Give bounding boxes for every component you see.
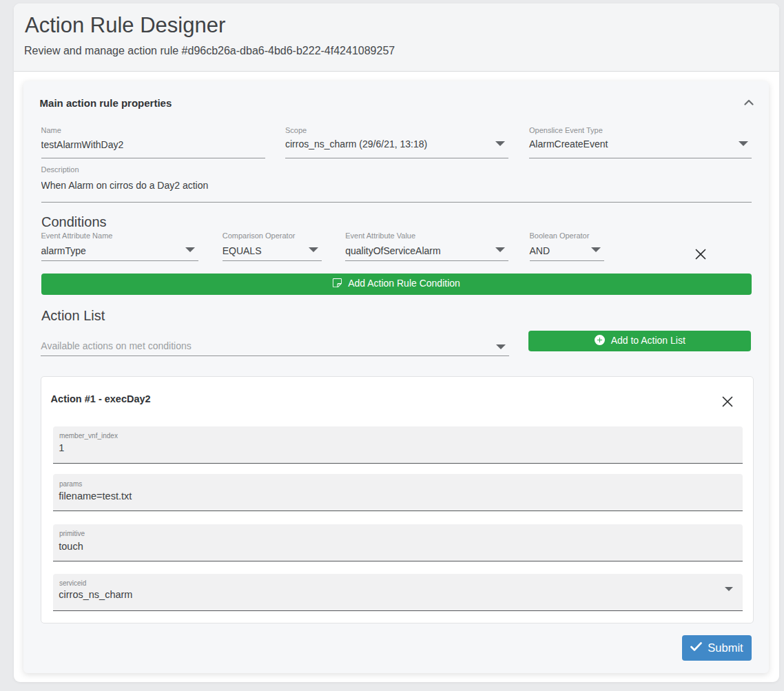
submit-button-label: Submit <box>708 642 743 654</box>
scope-select-value: cirros_ns_charm (29/6/21, 13:18) <box>285 139 427 149</box>
event-attribute-name-select-value: alarmType <box>41 246 86 256</box>
action-field-member_vnf_index[interactable]: member_vnf_index <box>53 426 743 464</box>
field-label: params <box>59 481 82 488</box>
event-attribute-value-select[interactable]: Event Attribute ValuequalityOfServiceAla… <box>345 232 508 261</box>
boolean-operator-select[interactable]: Boolean OperatorAND <box>530 232 604 261</box>
card-title: Main action rule properties <box>40 98 172 108</box>
description-field-input[interactable] <box>41 180 752 191</box>
dropdown-arrow-icon <box>725 587 733 591</box>
action-rule-form-card: Main action rule properties Name Scopeci… <box>23 81 769 673</box>
dropdown-arrow-icon <box>495 247 505 252</box>
remove-condition-button[interactable] <box>695 249 706 260</box>
close-icon <box>695 251 706 262</box>
action-list-heading: Action List <box>41 309 105 322</box>
close-icon <box>722 399 733 409</box>
available-actions-select[interactable]: Available actions on met conditions <box>41 341 508 357</box>
action-card-title: Action #1 - execDay2 <box>51 394 151 404</box>
action-field-primitive-input[interactable] <box>59 541 736 552</box>
action-field-params[interactable]: params <box>53 474 743 511</box>
event-type-select-value: AlarmCreateEvent <box>529 139 608 149</box>
dropdown-arrow-icon <box>739 141 748 146</box>
field-label: Comparison Operator <box>223 232 296 240</box>
dropdown-arrow-icon <box>185 247 195 252</box>
action-field-primitive[interactable]: primitive <box>53 524 743 561</box>
dropdown-arrow-icon <box>496 344 506 349</box>
dropdown-arrow-icon <box>591 247 601 252</box>
event-attribute-name-select[interactable]: Event Attribute NamealarmType <box>41 232 199 261</box>
plus-circle-icon <box>595 335 605 347</box>
event-attribute-value-select-value: qualityOfServiceAlarm <box>345 246 441 256</box>
add-condition-button[interactable]: Add Action Rule Condition <box>41 274 752 295</box>
field-label: Event Attribute Name <box>41 232 113 240</box>
description-field[interactable]: Description <box>41 166 752 203</box>
field-label: member_vnf_index <box>59 433 118 440</box>
remove-action-button[interactable] <box>722 396 733 407</box>
field-label: Openslice Event Type <box>529 127 603 134</box>
content-panel: Action Rule Designer Review and manage a… <box>14 3 779 682</box>
field-label: Scope <box>285 127 307 134</box>
field-label: Event Attribute Value <box>345 232 415 240</box>
field-label: serviceid <box>59 580 86 587</box>
field-label: Description <box>41 166 79 174</box>
name-field[interactable]: Name <box>41 127 265 158</box>
page-title: Action Rule Designer <box>25 14 225 36</box>
action-field-member_vnf_index-input[interactable] <box>59 442 736 453</box>
add-to-action-list-button-label: Add to Action List <box>611 336 685 345</box>
dropdown-arrow-icon <box>495 141 505 146</box>
page-header: Action Rule Designer Review and manage a… <box>14 3 779 72</box>
check-icon <box>690 642 702 653</box>
field-label: Boolean Operator <box>530 232 590 240</box>
name-field-input[interactable] <box>41 139 265 150</box>
comparison-operator-select-value: EQUALS <box>223 246 262 256</box>
action-card: Action #1 - execDay2 member_vnf_index pa… <box>41 376 753 623</box>
scope-select[interactable]: Scopecirros_ns_charm (29/6/21, 13:18) <box>285 127 508 158</box>
action-field-serviceid-value: cirros_ns_charm <box>59 590 132 600</box>
conditions-heading: Conditions <box>41 215 107 229</box>
chevron-up-icon <box>743 97 754 107</box>
boolean-operator-select-value: AND <box>530 246 550 256</box>
add-condition-button-label: Add Action Rule Condition <box>348 278 460 288</box>
available-actions-select-value: Available actions on met conditions <box>41 341 191 351</box>
field-label: Name <box>41 127 61 134</box>
page: Action Rule Designer Review and manage a… <box>0 0 784 691</box>
comparison-operator-select[interactable]: Comparison OperatorEQUALS <box>223 232 322 261</box>
collapse-panel-button[interactable] <box>743 99 754 105</box>
action-field-serviceid[interactable]: serviceidcirros_ns_charm <box>53 574 743 611</box>
action-field-params-input[interactable] <box>59 491 736 502</box>
event-type-select[interactable]: Openslice Event TypeAlarmCreateEvent <box>529 127 752 158</box>
add-to-action-list-button[interactable]: Add to Action List <box>528 331 751 351</box>
submit-button[interactable]: Submit <box>682 635 752 661</box>
field-label: primitive <box>59 530 85 537</box>
dropdown-arrow-icon <box>309 247 318 252</box>
sticky-note-icon <box>332 278 342 290</box>
page-subtitle: Review and manage action rule #d96cb26a-… <box>24 45 395 56</box>
